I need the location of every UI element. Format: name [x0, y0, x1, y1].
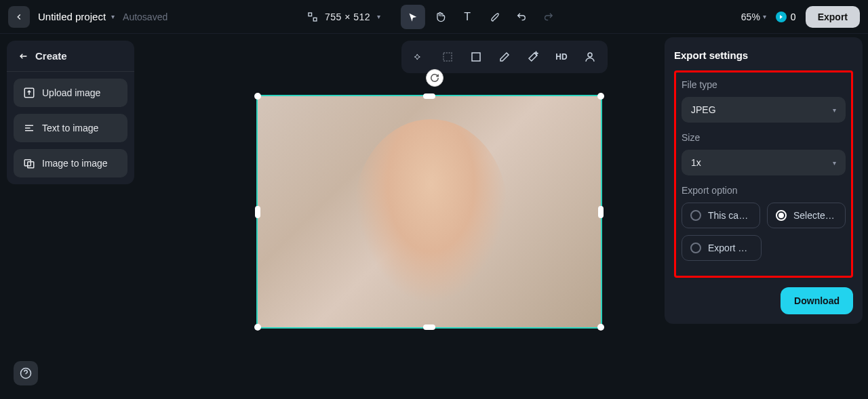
selected-option[interactable]: Selected l… [767, 203, 846, 228]
image-to-image-icon [23, 157, 35, 169]
selection-handle-ne[interactable] [597, 93, 604, 100]
crop-icon [441, 51, 454, 63]
hd-tool[interactable]: HD [549, 45, 574, 69]
image-to-image-item[interactable]: Image to image [14, 149, 127, 177]
export-option-radios: This canvas Selected l… [682, 203, 846, 228]
redo-icon [543, 12, 554, 22]
magic-select-icon [413, 51, 425, 63]
selection-handle-n[interactable] [423, 93, 435, 99]
chevron-left-icon [14, 12, 24, 22]
sidebar-list: Upload image Text to image Image to imag… [7, 72, 134, 184]
create-header[interactable]: Create [7, 41, 134, 72]
center-controls: 755 × 512 ▾ T [307, 5, 561, 29]
dimensions-control[interactable]: 755 × 512 ▾ [307, 12, 380, 22]
refresh-icon [430, 73, 439, 83]
radio-label: Export all … [708, 243, 753, 253]
svg-rect-1 [313, 18, 317, 21]
hand-tool[interactable] [428, 5, 452, 29]
this-canvas-option[interactable]: This canvas [682, 203, 760, 228]
cursor-icon [408, 12, 418, 22]
back-arrow-icon [18, 51, 28, 62]
chevron-down-icon: ▾ [111, 13, 115, 20]
svg-rect-7 [472, 53, 480, 61]
credits-badge[interactable]: 0 [776, 12, 796, 22]
text-to-image-item[interactable]: Text to image [14, 114, 127, 142]
svg-point-8 [588, 53, 592, 57]
back-button[interactable] [8, 6, 30, 28]
top-bar: Untitled project ▾ Autosaved 755 × 512 ▾… [0, 0, 868, 34]
magic-select-tool[interactable] [407, 45, 431, 69]
selection-handle-sw[interactable] [254, 324, 261, 331]
canvas-toolbar: HD [401, 41, 608, 73]
hd-label: HD [555, 52, 567, 62]
resize-icon [307, 12, 318, 22]
selection-handle-se[interactable] [597, 324, 604, 331]
file-type-label: File type [682, 79, 846, 90]
credits-count: 0 [791, 12, 796, 22]
credit-icon [776, 12, 787, 22]
redo-button[interactable] [536, 5, 561, 29]
selection-handle-nw[interactable] [254, 93, 261, 100]
radio-label: This canvas [708, 210, 751, 221]
file-type-value: JPEG [691, 104, 716, 115]
magic-wand-icon [527, 51, 539, 63]
svg-rect-0 [309, 13, 312, 16]
file-type-select[interactable]: JPEG ▾ [682, 97, 846, 123]
size-select[interactable]: 1x ▾ [682, 150, 846, 175]
text-tool[interactable]: T [455, 5, 479, 29]
frame-tool[interactable] [464, 45, 488, 69]
chevron-down-icon: ▾ [377, 13, 380, 20]
undo-button[interactable] [509, 5, 534, 29]
export-button[interactable]: Export [806, 6, 860, 28]
main-area: Create Upload image Text to image Image … [0, 34, 868, 399]
selection-handle-e[interactable] [598, 206, 604, 218]
radio-icon [690, 210, 701, 221]
export-all-option[interactable]: Export all … [682, 235, 762, 261]
chevron-down-icon: ▾ [763, 13, 766, 20]
sidebar-item-label: Image to image [42, 158, 108, 169]
download-button[interactable]: Download [781, 287, 853, 314]
sidebar: Create Upload image Text to image Image … [0, 34, 141, 399]
undo-icon [516, 12, 527, 22]
dimensions-text: 755 × 512 [325, 12, 370, 22]
radio-checked-icon [776, 210, 787, 221]
export-option-radios-row2: Export all … [682, 235, 846, 261]
export-option-label: Export option [682, 185, 846, 196]
radio-label: Selected l… [793, 210, 837, 221]
right-controls: 65% ▾ 0 Export [741, 6, 860, 28]
help-button[interactable] [14, 361, 38, 385]
size-label: Size [682, 132, 846, 143]
create-card: Create Upload image Text to image Image … [7, 41, 134, 184]
eraser-icon [498, 51, 511, 63]
highlighted-region: File type JPEG ▾ Size 1x ▾ Export option… [674, 70, 853, 278]
export-settings-panel: Export settings File type JPEG ▾ Size 1x… [665, 37, 863, 324]
zoom-text: 65% [741, 12, 760, 22]
person-icon [584, 51, 596, 63]
canvas-selected-image[interactable] [256, 95, 602, 329]
brush-icon [489, 12, 500, 22]
svg-rect-6 [443, 53, 452, 61]
eraser-tool[interactable] [492, 45, 517, 69]
chevron-down-icon: ▾ [833, 159, 836, 167]
refresh-handle[interactable] [426, 69, 443, 87]
selection-handle-s[interactable] [423, 324, 435, 330]
upload-icon [23, 87, 35, 99]
crop-tool[interactable] [435, 45, 460, 69]
upload-image-item[interactable]: Upload image [14, 79, 127, 107]
tool-group: T [401, 5, 561, 29]
cursor-tool[interactable] [401, 5, 425, 29]
project-title[interactable]: Untitled project ▾ [38, 11, 115, 22]
autosaved-label: Autosaved [123, 12, 167, 22]
magic-wand-tool[interactable] [521, 45, 545, 69]
frame-icon [470, 51, 482, 63]
zoom-control[interactable]: 65% ▾ [741, 12, 766, 22]
hand-icon [435, 12, 446, 22]
person-tool[interactable] [578, 45, 602, 69]
create-label: Create [35, 50, 67, 62]
radio-icon [690, 243, 701, 253]
brush-tool[interactable] [482, 5, 507, 29]
title-group: Untitled project ▾ Autosaved [38, 11, 167, 22]
canvas-area[interactable]: HD Export settings File type [141, 34, 868, 399]
chevron-down-icon: ▾ [833, 106, 836, 114]
selection-handle-w[interactable] [255, 206, 260, 218]
